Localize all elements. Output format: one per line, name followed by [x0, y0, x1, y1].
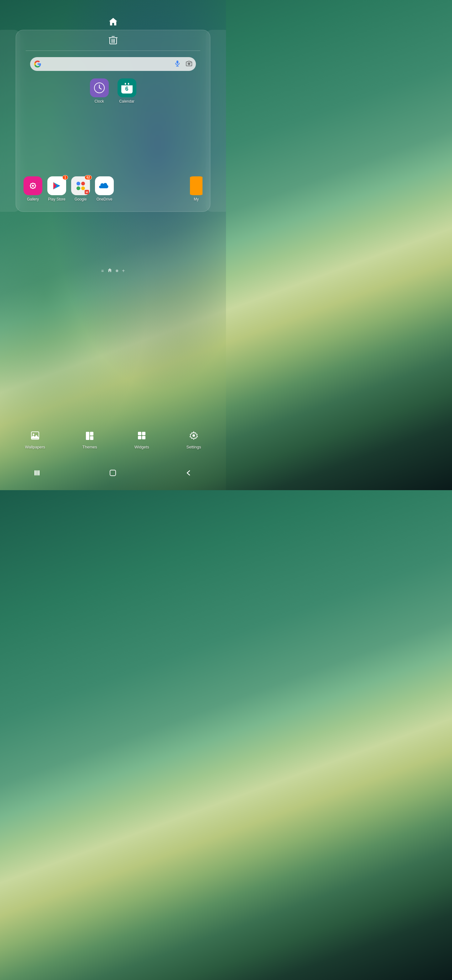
- search-bar[interactable]: [30, 57, 196, 71]
- g-dot-blue: [76, 182, 80, 185]
- app-item-gallery[interactable]: Gallery: [24, 177, 42, 202]
- settings-icon: [189, 431, 198, 442]
- home-icon-top: [108, 17, 118, 28]
- playstore-label: Play Store: [48, 197, 65, 202]
- svg-point-22: [34, 187, 35, 188]
- widgets-label: Widgets: [135, 445, 149, 449]
- calendar-label: Calendar: [119, 99, 135, 103]
- main-card: Clock 6 Calendar: [16, 30, 210, 212]
- calendar-number: 6: [125, 86, 128, 92]
- partial-app-icon: [190, 177, 203, 195]
- svg-point-19: [34, 183, 35, 185]
- google-icon-wrapper: M 62: [71, 177, 90, 195]
- app-item-onedrive[interactable]: OneDrive: [95, 177, 114, 202]
- app-item-google[interactable]: M 62 Google: [71, 177, 90, 202]
- g-dot-green: [76, 186, 80, 190]
- playstore-icon-wrapper: 1: [48, 177, 66, 195]
- svg-point-8: [189, 63, 190, 64]
- gallery-icon-wrapper: [24, 177, 42, 195]
- nav-home-button[interactable]: [106, 466, 120, 480]
- widgets-icon: [137, 431, 146, 442]
- wallpapers-icon: [31, 431, 40, 442]
- svg-rect-34: [36, 470, 38, 476]
- svg-rect-29: [142, 432, 146, 435]
- svg-point-16: [35, 185, 36, 186]
- svg-point-20: [30, 183, 32, 185]
- toolbar-item-settings[interactable]: Settings: [187, 431, 201, 449]
- app-item-calendar[interactable]: 6 Calendar: [117, 78, 136, 103]
- bottom-toolbar: Wallpapers Themes Widgets: [0, 425, 226, 452]
- indicator-home-dot: [108, 268, 112, 274]
- svg-point-18: [30, 185, 31, 186]
- svg-point-15: [32, 183, 33, 184]
- partial-app-label: My: [194, 197, 199, 202]
- search-mic-icon[interactable]: [174, 60, 180, 68]
- svg-rect-4: [176, 60, 178, 64]
- wallpapers-label: Wallpapers: [25, 445, 45, 449]
- svg-rect-33: [35, 470, 36, 476]
- svg-rect-27: [90, 436, 94, 440]
- svg-rect-30: [138, 436, 141, 439]
- settings-label: Settings: [187, 445, 201, 449]
- svg-rect-31: [142, 436, 146, 439]
- themes-icon: [85, 431, 94, 442]
- nav-recents-button[interactable]: [31, 466, 44, 480]
- nav-back-button[interactable]: [181, 466, 195, 480]
- app-row-2: Gallery: [24, 177, 186, 202]
- svg-rect-35: [38, 470, 40, 476]
- playstore-badge: 1: [62, 175, 68, 180]
- g-dot-red: [81, 182, 85, 185]
- svg-rect-28: [138, 432, 141, 435]
- nav-bar: [0, 459, 226, 490]
- svg-rect-36: [110, 470, 116, 476]
- onedrive-icon-wrapper: [95, 177, 114, 195]
- svg-rect-26: [90, 432, 94, 436]
- app-item-playstore[interactable]: 1 Play Store: [48, 177, 66, 202]
- g-dot-yellow: [81, 186, 85, 190]
- gallery-icon: [24, 177, 42, 195]
- onedrive-label: OneDrive: [97, 197, 113, 202]
- google-badge: 62: [85, 175, 92, 180]
- gallery-label: Gallery: [27, 197, 39, 202]
- themes-label: Themes: [82, 445, 97, 449]
- trash-icon[interactable]: [109, 35, 117, 47]
- google-logo: [34, 60, 41, 68]
- page-indicators: ≡ +: [101, 268, 125, 274]
- svg-point-24: [33, 434, 34, 435]
- svg-point-21: [30, 187, 32, 188]
- onedrive-icon: [95, 177, 114, 195]
- indicator-plus: +: [122, 268, 125, 274]
- clock-icon: [90, 78, 109, 97]
- google-folder: [75, 180, 86, 191]
- toolbar-item-themes[interactable]: Themes: [82, 431, 97, 449]
- trash-area[interactable]: [16, 30, 210, 51]
- calendar-icon: 6: [117, 78, 136, 97]
- toolbar-item-wallpapers[interactable]: Wallpapers: [25, 431, 45, 449]
- app-row-1: Clock 6 Calendar: [21, 78, 205, 103]
- svg-point-14: [32, 185, 34, 187]
- cal-top: [121, 82, 133, 85]
- app-row-2-container: Gallery: [21, 177, 205, 207]
- calendar-icon-wrapper: 6: [117, 78, 136, 97]
- indicator-circle: [116, 270, 118, 272]
- clock-label: Clock: [94, 99, 104, 103]
- toolbar-item-widgets[interactable]: Widgets: [135, 431, 149, 449]
- svg-rect-25: [86, 432, 89, 440]
- search-camera-icon[interactable]: [186, 60, 192, 67]
- svg-line-12: [99, 88, 101, 89]
- svg-point-32: [192, 434, 195, 437]
- app-item-clock[interactable]: Clock: [90, 78, 109, 103]
- app-item-partial[interactable]: My: [190, 177, 203, 202]
- card-content: Clock 6 Calendar: [16, 51, 210, 212]
- svg-point-17: [32, 188, 33, 189]
- clock-icon-wrapper: [90, 78, 109, 97]
- indicator-lines: ≡: [101, 268, 104, 273]
- google-label: Google: [75, 197, 87, 202]
- svg-point-9: [190, 62, 191, 63]
- gmail-dot: M: [85, 190, 89, 194]
